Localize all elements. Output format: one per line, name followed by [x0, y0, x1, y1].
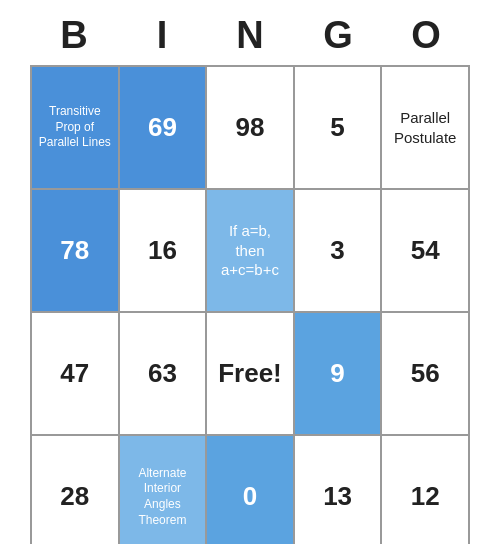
- bingo-grid: Transitive Prop of Parallel Lines69985Pa…: [30, 65, 470, 544]
- bingo-card: BINGO Transitive Prop of Parallel Lines6…: [20, 0, 480, 544]
- bingo-cell[interactable]: 12: [382, 436, 468, 544]
- bingo-cell[interactable]: 9: [295, 313, 381, 434]
- bingo-cell[interactable]: 0: [207, 436, 293, 544]
- cell-text: 54: [411, 234, 440, 268]
- header-letter: N: [206, 10, 294, 61]
- bingo-cell[interactable]: 3: [295, 190, 381, 311]
- bingo-cell[interactable]: 54: [382, 190, 468, 311]
- cell-text: 69: [148, 111, 177, 145]
- header-letter: O: [382, 10, 470, 61]
- cell-text: 47: [60, 357, 89, 391]
- cell-text: Transitive Prop of Parallel Lines: [38, 104, 112, 151]
- cell-text: 78: [60, 234, 89, 268]
- bingo-cell[interactable]: 98: [207, 67, 293, 188]
- cell-text: Parallel Postulate: [388, 108, 462, 147]
- cell-text: 16: [148, 234, 177, 268]
- cell-text: 63: [148, 357, 177, 391]
- bingo-cell[interactable]: 28: [32, 436, 118, 544]
- cell-text: 12: [411, 480, 440, 514]
- bingo-cell[interactable]: 56: [382, 313, 468, 434]
- cell-text: If a=b, then a+c=b+c: [213, 221, 287, 280]
- cell-text: 9: [330, 357, 344, 391]
- cell-text: 13: [323, 480, 352, 514]
- bingo-cell[interactable]: Alternate Interior Angles Theorem: [120, 436, 206, 544]
- bingo-cell[interactable]: Parallel Postulate: [382, 67, 468, 188]
- bingo-cell[interactable]: Free!: [207, 313, 293, 434]
- cell-text: Alternate Interior Angles Theorem: [126, 466, 200, 528]
- bingo-cell[interactable]: 13: [295, 436, 381, 544]
- bingo-cell[interactable]: Transitive Prop of Parallel Lines: [32, 67, 118, 188]
- bingo-cell[interactable]: 78: [32, 190, 118, 311]
- cell-text: 28: [60, 480, 89, 514]
- cell-text: 3: [330, 234, 344, 268]
- bingo-cell[interactable]: 63: [120, 313, 206, 434]
- bingo-cell[interactable]: If a=b, then a+c=b+c: [207, 190, 293, 311]
- bingo-header: BINGO: [30, 10, 470, 61]
- header-letter: G: [294, 10, 382, 61]
- cell-text: 5: [330, 111, 344, 145]
- header-letter: B: [30, 10, 118, 61]
- bingo-cell[interactable]: 16: [120, 190, 206, 311]
- cell-text: 0: [243, 480, 257, 514]
- bingo-cell[interactable]: 5: [295, 67, 381, 188]
- cell-text: 56: [411, 357, 440, 391]
- bingo-cell[interactable]: 47: [32, 313, 118, 434]
- cell-text: 98: [236, 111, 265, 145]
- cell-text: Free!: [218, 357, 282, 391]
- bingo-cell[interactable]: 69: [120, 67, 206, 188]
- header-letter: I: [118, 10, 206, 61]
